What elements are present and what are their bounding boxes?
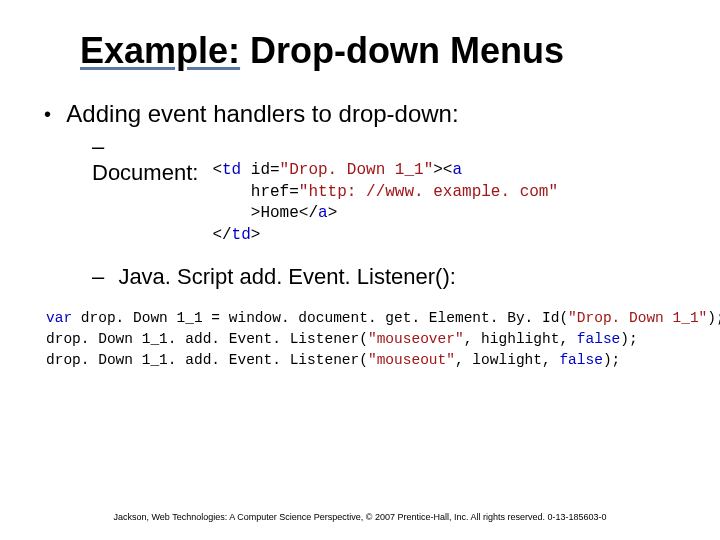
sub-bullet-list: Document: <td id="Drop. Down 1_1"><a hre…: [92, 134, 680, 290]
sub-js-prefix: Java. Script: [118, 264, 239, 289]
slide: Example: Drop-down Menus Adding event ha…: [0, 0, 720, 540]
bullet-list: Adding event handlers to drop-down: Docu…: [44, 100, 680, 290]
sub-bullet-document: Document: <td id="Drop. Down 1_1"><a hre…: [92, 134, 680, 246]
sub-label-document: Document:: [92, 160, 198, 186]
title-rest: Drop-down Menus: [240, 30, 564, 71]
bullet-main-text: Adding event handlers to drop-down:: [66, 100, 458, 127]
slide-footer: Jackson, Web Technologies: A Computer Sc…: [0, 512, 720, 522]
code-js-snippet: var drop. Down 1_1 = window. document. g…: [46, 308, 680, 371]
title-underlined: Example:: [80, 30, 240, 71]
bullet-main: Adding event handlers to drop-down: Docu…: [44, 100, 680, 290]
sub-bullet-javascript: Java. Script add. Event. Listener():: [92, 264, 680, 290]
sub-js-method: add. Event. Listener(): [239, 264, 449, 289]
sub-js-suffix: :: [450, 264, 456, 289]
code-html-snippet: <td id="Drop. Down 1_1"><a href="http: /…: [212, 160, 558, 246]
slide-title: Example: Drop-down Menus: [80, 30, 680, 72]
